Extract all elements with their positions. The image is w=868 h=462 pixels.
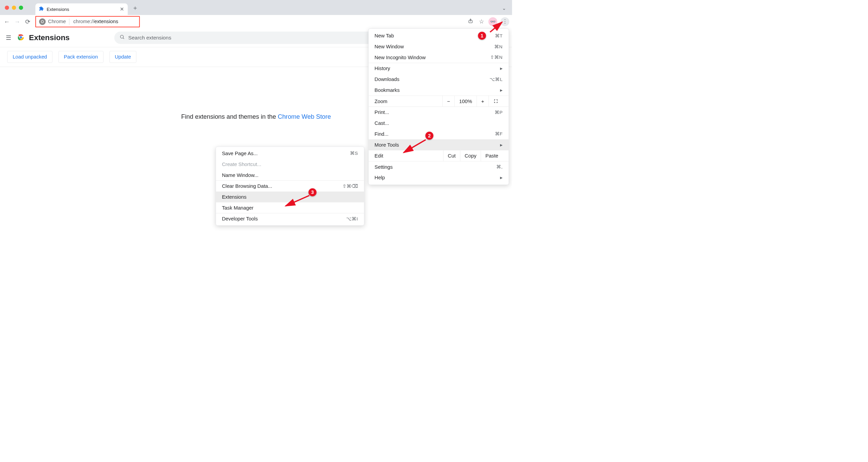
share-icon[interactable]	[467, 18, 474, 25]
window-controls	[5, 6, 23, 10]
menu-history[interactable]: History ▸	[369, 63, 509, 74]
reload-button[interactable]: ⟳	[24, 18, 32, 25]
menu-new-tab[interactable]: New Tab ⌘T	[369, 30, 509, 41]
menu-settings[interactable]: Settings ⌘,	[369, 161, 509, 172]
site-info-chip[interactable]: Chrome	[39, 18, 70, 25]
menu-print[interactable]: Print... ⌘P	[369, 107, 509, 118]
toolbar-right: ☆ 👓 ⋮	[467, 17, 509, 26]
bookmark-star-icon[interactable]: ☆	[478, 18, 485, 25]
menu-cast[interactable]: Cast...	[369, 118, 509, 129]
window-maximize-button[interactable]	[19, 6, 23, 10]
forward-button[interactable]: →	[13, 18, 21, 25]
menu-find[interactable]: Find... ⌘F	[369, 129, 509, 139]
page-title: Extensions	[29, 33, 70, 42]
chrome-web-store-link[interactable]: Chrome Web Store	[278, 113, 331, 120]
chrome-main-menu: New Tab ⌘T New Window ⌘N New Incognito W…	[368, 29, 509, 185]
submenu-clear-browsing-data[interactable]: Clear Browsing Data... ⇧⌘⌫	[216, 181, 364, 192]
profile-avatar[interactable]: 👓	[488, 17, 497, 26]
search-placeholder: Search extensions	[128, 34, 171, 40]
address-bar[interactable]: Chrome chrome://extensions	[35, 16, 140, 27]
submenu-name-window[interactable]: Name Window...	[216, 170, 364, 181]
puzzle-piece-icon	[39, 6, 44, 12]
edit-cut[interactable]: Cut	[443, 150, 460, 161]
svg-point-2	[42, 21, 43, 22]
menu-edit: Edit Cut Copy Paste	[369, 150, 509, 161]
menu-zoom: Zoom − 100% +	[369, 96, 509, 106]
edit-paste[interactable]: Paste	[481, 150, 502, 161]
fullscreen-icon[interactable]	[488, 96, 502, 106]
tab-strip: Extensions ✕ ＋ ⌄	[0, 0, 512, 15]
chrome-mono-icon	[39, 18, 46, 25]
browser-tab[interactable]: Extensions ✕	[35, 3, 128, 15]
chevron-right-icon: ▸	[500, 175, 503, 181]
annotation-callout-3: 3	[308, 188, 317, 196]
window-close-button[interactable]	[5, 6, 9, 10]
tab-overflow-icon[interactable]: ⌄	[502, 5, 506, 11]
zoom-out-button[interactable]: −	[443, 96, 454, 106]
zoom-in-button[interactable]: +	[477, 96, 488, 106]
submenu-create-shortcut: Create Shortcut...	[216, 159, 364, 170]
chevron-right-icon: ▸	[500, 66, 503, 71]
update-button[interactable]: Update	[109, 51, 136, 63]
svg-point-7	[120, 35, 123, 38]
menu-more-tools[interactable]: More Tools ▸	[369, 139, 509, 150]
more-tools-submenu: Save Page As... ⌘S Create Shortcut... Na…	[216, 147, 365, 226]
annotation-callout-1: 1	[478, 32, 486, 40]
menu-downloads[interactable]: Downloads ⌥⌘L	[369, 74, 509, 85]
menu-new-window[interactable]: New Window ⌘N	[369, 41, 509, 52]
search-extensions-input[interactable]: Search extensions	[114, 31, 380, 44]
chrome-menu-button[interactable]: ⋮	[500, 17, 509, 26]
search-icon	[119, 34, 125, 41]
chip-separator	[69, 18, 69, 25]
back-button[interactable]: ←	[3, 18, 11, 25]
zoom-level: 100%	[454, 96, 477, 106]
tab-title: Extensions	[47, 6, 117, 12]
menu-help[interactable]: Help ▸	[369, 172, 509, 183]
chrome-logo-icon	[17, 34, 25, 42]
window-minimize-button[interactable]	[12, 6, 16, 10]
chevron-right-icon: ▸	[500, 142, 503, 148]
pack-extension-button[interactable]: Pack extension	[59, 51, 103, 63]
new-tab-button[interactable]: ＋	[132, 4, 138, 12]
submenu-extensions[interactable]: Extensions	[216, 192, 364, 202]
annotation-callout-2: 2	[425, 132, 434, 140]
menu-icon[interactable]: ☰	[6, 34, 13, 41]
submenu-developer-tools[interactable]: Developer Tools ⌥⌘I	[216, 213, 364, 224]
tab-close-icon[interactable]: ✕	[120, 6, 124, 12]
submenu-save-page[interactable]: Save Page As... ⌘S	[216, 148, 364, 159]
url-text: chrome://extensions	[73, 19, 118, 24]
load-unpacked-button[interactable]: Load unpacked	[7, 51, 52, 63]
browser-toolbar: ← → ⟳ Chrome chrome://extensions ☆ 👓 ⋮	[0, 15, 512, 28]
menu-bookmarks[interactable]: Bookmarks ▸	[369, 85, 509, 96]
submenu-task-manager[interactable]: Task Manager	[216, 202, 364, 213]
menu-new-incognito[interactable]: New Incognito Window ⇧⌘N	[369, 52, 509, 63]
chevron-right-icon: ▸	[500, 87, 503, 93]
chip-label: Chrome	[48, 19, 66, 24]
edit-copy[interactable]: Copy	[460, 150, 481, 161]
